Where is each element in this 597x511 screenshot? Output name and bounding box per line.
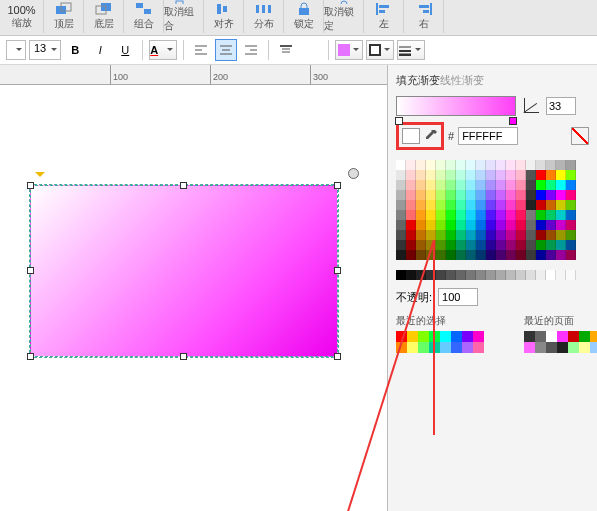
palette-swatch[interactable] [566, 240, 576, 250]
palette-swatch[interactable] [466, 230, 476, 240]
palette-swatch[interactable] [516, 210, 526, 220]
palette-swatch[interactable] [486, 200, 496, 210]
palette-swatch[interactable] [436, 230, 446, 240]
palette-swatch[interactable] [416, 230, 426, 240]
opacity-input[interactable] [438, 288, 478, 306]
palette-swatch[interactable] [506, 180, 516, 190]
palette-swatch[interactable] [526, 200, 536, 210]
palette-swatch[interactable] [466, 190, 476, 200]
recent-swatch[interactable] [546, 331, 557, 342]
palette-swatch[interactable] [556, 180, 566, 190]
palette-swatch[interactable] [526, 250, 536, 260]
line-width-button[interactable] [397, 40, 425, 60]
palette-swatch[interactable] [506, 250, 516, 260]
palette-swatch[interactable] [426, 240, 436, 250]
palette-swatch[interactable] [546, 250, 556, 260]
palette-swatch[interactable] [426, 270, 436, 280]
palette-swatch[interactable] [556, 210, 566, 220]
palette-swatch[interactable] [566, 160, 576, 170]
palette-swatch[interactable] [446, 240, 456, 250]
palette-swatch[interactable] [506, 170, 516, 180]
eyedropper-icon[interactable] [424, 129, 438, 143]
palette-swatch[interactable] [506, 160, 516, 170]
palette-swatch[interactable] [426, 210, 436, 220]
recent-swatch[interactable] [462, 331, 473, 342]
palette-swatch[interactable] [476, 190, 486, 200]
palette-swatch[interactable] [446, 270, 456, 280]
palette-swatch[interactable] [566, 190, 576, 200]
recent-swatch[interactable] [440, 331, 451, 342]
palette-swatch[interactable] [426, 160, 436, 170]
palette-swatch[interactable] [546, 160, 556, 170]
palette-swatch[interactable] [506, 230, 516, 240]
palette-swatch[interactable] [536, 200, 546, 210]
palette-swatch[interactable] [436, 240, 446, 250]
palette-swatch[interactable] [436, 160, 446, 170]
palette-swatch[interactable] [546, 180, 556, 190]
palette-swatch[interactable] [536, 180, 546, 190]
zoom-control[interactable]: 100% 缩放 [0, 0, 44, 33]
text-color-button[interactable]: A [149, 40, 177, 60]
palette-swatch[interactable] [526, 220, 536, 230]
distribute-button[interactable]: 分布 [244, 0, 284, 33]
palette-swatch[interactable] [546, 230, 556, 240]
palette-swatch[interactable] [466, 240, 476, 250]
palette-swatch[interactable] [486, 270, 496, 280]
bold-button[interactable]: B [64, 39, 86, 61]
palette-swatch[interactable] [496, 180, 506, 190]
font-family-select[interactable] [6, 40, 26, 60]
palette-swatch[interactable] [546, 210, 556, 220]
palette-swatch[interactable] [476, 250, 486, 260]
palette-swatch[interactable] [526, 230, 536, 240]
palette-swatch[interactable] [516, 180, 526, 190]
gradient-stop[interactable] [509, 117, 517, 125]
palette-swatch[interactable] [536, 230, 546, 240]
recent-swatch[interactable] [535, 342, 546, 353]
palette-swatch[interactable] [536, 170, 546, 180]
rotate-handle[interactable] [348, 168, 359, 179]
palette-swatch[interactable] [446, 190, 456, 200]
italic-button[interactable]: I [89, 39, 111, 61]
palette-swatch[interactable] [506, 270, 516, 280]
palette-swatch[interactable] [396, 160, 406, 170]
recent-swatch[interactable] [418, 342, 429, 353]
palette-swatch[interactable] [416, 190, 426, 200]
palette-swatch[interactable] [486, 220, 496, 230]
align-right-text-button[interactable] [240, 39, 262, 61]
palette-swatch[interactable] [546, 270, 556, 280]
palette-swatch[interactable] [566, 270, 576, 280]
palette-swatch[interactable] [476, 270, 486, 280]
palette-swatch[interactable] [456, 220, 466, 230]
palette-swatch[interactable] [546, 220, 556, 230]
recent-swatch[interactable] [396, 331, 407, 342]
palette-swatch[interactable] [536, 190, 546, 200]
recent-swatch[interactable] [473, 331, 484, 342]
palette-swatch[interactable] [416, 200, 426, 210]
palette-swatch[interactable] [446, 200, 456, 210]
palette-swatch[interactable] [436, 170, 446, 180]
recent-swatch[interactable] [462, 342, 473, 353]
palette-swatch[interactable] [536, 210, 546, 220]
palette-swatch[interactable] [496, 270, 506, 280]
palette-swatch[interactable] [406, 210, 416, 220]
palette-swatch[interactable] [396, 180, 406, 190]
valign-top-button[interactable] [275, 39, 297, 61]
palette-swatch[interactable] [526, 190, 536, 200]
palette-swatch[interactable] [456, 240, 466, 250]
palette-swatch[interactable] [416, 160, 426, 170]
palette-swatch[interactable] [506, 220, 516, 230]
recent-swatch[interactable] [568, 342, 579, 353]
align-button[interactable]: 对齐 [204, 0, 244, 33]
palette-swatch[interactable] [426, 250, 436, 260]
palette-swatch[interactable] [446, 250, 456, 260]
palette-swatch[interactable] [566, 200, 576, 210]
palette-swatch[interactable] [486, 190, 496, 200]
palette-swatch[interactable] [396, 240, 406, 250]
palette-swatch[interactable] [556, 270, 566, 280]
align-center-text-button[interactable] [215, 39, 237, 61]
palette-swatch[interactable] [566, 170, 576, 180]
palette-swatch[interactable] [526, 160, 536, 170]
lock-button[interactable]: 锁定 [284, 0, 324, 33]
palette-swatch[interactable] [526, 170, 536, 180]
recent-swatch[interactable] [546, 342, 557, 353]
